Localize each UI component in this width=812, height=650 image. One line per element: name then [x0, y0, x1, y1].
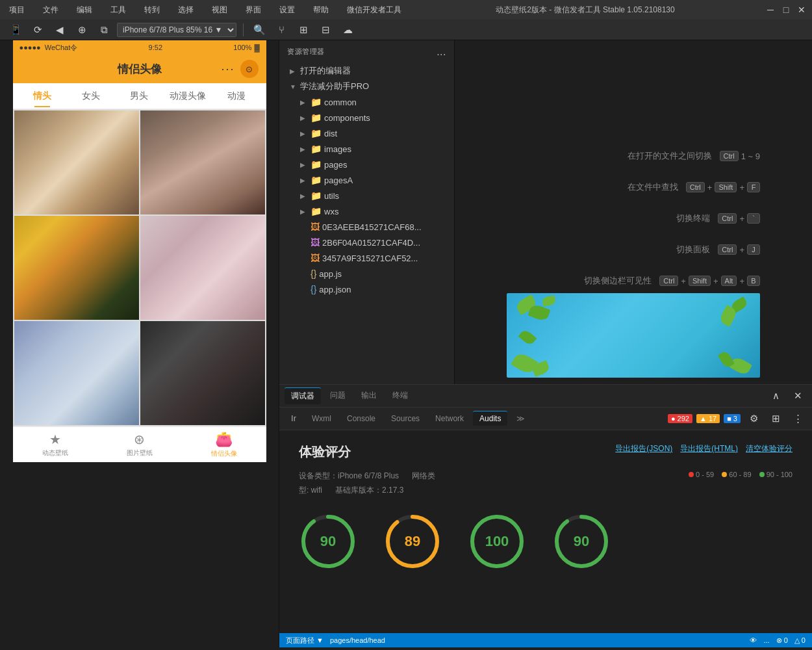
bottom-nav-animation[interactable]: ★ 动态壁纸	[42, 432, 68, 458]
cloud-icon[interactable]: ☁	[338, 21, 357, 39]
status-bar-left[interactable]: 页面路径 ▼ pages/head/head	[286, 636, 385, 645]
subtab-wxml[interactable]: Wxml	[305, 411, 338, 426]
maximize-button[interactable]: □	[781, 5, 791, 15]
sub-tabs-right[interactable]: ● 292 ▲ 17 ■ 3 ⚙ ⊞ ⋮	[668, 410, 807, 428]
photo-item-5[interactable]	[14, 321, 139, 425]
plus-1: +	[707, 183, 713, 192]
folder-images[interactable]: ▶ 📁 images	[279, 141, 454, 157]
file-appjs[interactable]: {} app.js	[279, 266, 454, 281]
menu-view[interactable]: 视图	[208, 3, 231, 17]
tab-output[interactable]: 输出	[355, 387, 383, 404]
file-img2[interactable]: 🖼 2B6F04A015271CAF4D...	[279, 235, 454, 250]
photo-item-6[interactable]	[140, 321, 265, 425]
close-button[interactable]: ✕	[796, 5, 807, 15]
plus-3: +	[739, 214, 744, 224]
photo-item-2[interactable]	[140, 110, 265, 214]
tab-issues[interactable]: 问题	[324, 387, 352, 404]
menu-bar[interactable]: 项目 文件 编辑 工具 转到 选择 视图 界面 设置 帮助 微信开发者工具	[5, 3, 405, 17]
audits-actions[interactable]: 导出报告(JSON) 导出报告(HTML) 清空体验评分	[615, 443, 793, 454]
folder-images-label: images	[324, 144, 454, 154]
legend-dot-yellow: 60 - 89	[722, 471, 751, 478]
folder-components[interactable]: ▶ 📁 components	[279, 110, 454, 125]
menu-goto[interactable]: 转到	[140, 3, 164, 17]
panel-close-icon[interactable]: ✕	[789, 387, 807, 405]
devtools-top-tabs[interactable]: 调试器 问题 输出 终端 ∧ ✕	[279, 385, 812, 408]
tab-dongman-touxiang[interactable]: 动漫头像	[164, 85, 212, 107]
nav-dots-icon[interactable]: ···	[221, 62, 235, 76]
phone-bottom-nav[interactable]: ★ 动态壁纸 ⊛ 图片壁纸 👛 情侣头像	[13, 426, 266, 462]
menu-help[interactable]: 帮助	[309, 3, 333, 17]
sub-tabs-left[interactable]: Ir Wxml Console Sources Network Audits ≫	[285, 410, 531, 428]
folder-common[interactable]: ▶ 📁 common	[279, 94, 454, 110]
search-icon[interactable]: 🔍	[250, 21, 268, 39]
folder-pagesA[interactable]: ▶ 📁 pagesA	[279, 172, 454, 188]
folder-common-icon: 📁	[311, 97, 322, 107]
branch-icon[interactable]: ⑂	[272, 21, 290, 39]
photo-item-4[interactable]	[140, 216, 265, 320]
prev-icon[interactable]: ◀	[51, 21, 69, 39]
folder-utils[interactable]: ▶ 📁 utils	[279, 188, 454, 203]
cursor-icon[interactable]: Ir	[285, 410, 303, 428]
tab-terminal[interactable]: 终端	[386, 387, 414, 404]
device-selector[interactable]: iPhone 6/7/8 Plus 85% 16 ▼	[117, 23, 236, 37]
rotate-icon[interactable]: ⟳	[29, 21, 47, 39]
status-bar-right[interactable]: 👁 ... ⊗ 0 △ 0	[750, 636, 806, 645]
tab-nvtou[interactable]: 女头	[66, 85, 115, 107]
page-path-label[interactable]: 页面路径 ▼	[286, 636, 324, 645]
menu-edit[interactable]: 编辑	[73, 3, 96, 17]
bottom-nav-photo[interactable]: ⊛ 图片壁纸	[127, 432, 153, 458]
more-icon[interactable]: ⋮	[789, 410, 807, 428]
menu-interface[interactable]: 界面	[242, 3, 265, 17]
collapse-icon[interactable]: ∧	[767, 387, 785, 405]
editor-area: 在打开的文件之间切换 Ctrl 1 ~ 9 在文件中查找 Ctrl + Shif…	[455, 40, 812, 384]
subtab-network[interactable]: Network	[429, 411, 470, 426]
tab-nantou[interactable]: 男头	[115, 85, 164, 107]
more-options-icon[interactable]: ...	[763, 636, 769, 644]
photo-item-1[interactable]	[14, 110, 139, 214]
folder-pages[interactable]: ▶ 📁 pages	[279, 157, 454, 172]
settings-icon[interactable]: ⚙	[744, 410, 763, 428]
layout-icon[interactable]: ⊞	[294, 21, 312, 39]
project-item[interactable]: ▼ 学法减分助手PRO	[279, 79, 454, 94]
menu-tool[interactable]: 工具	[107, 3, 130, 17]
subtab-audits[interactable]: Audits	[473, 411, 507, 426]
category-tabs[interactable]: 情头 女头 男头 动漫头像 动漫	[13, 83, 266, 109]
menu-file[interactable]: 文件	[39, 3, 62, 17]
minimize-button[interactable]: ─	[765, 5, 776, 15]
subtab-sources[interactable]: Sources	[385, 411, 426, 426]
panel-icon[interactable]: ⊞	[767, 410, 785, 428]
next-icon[interactable]: ⊕	[73, 21, 91, 39]
tab-qingtou[interactable]: 情头	[18, 85, 67, 107]
menu-project[interactable]: 项目	[5, 3, 29, 17]
file-img3[interactable]: 🖼 3457A9F315271CAF52...	[279, 250, 454, 266]
clear-audits-link[interactable]: 清空体验评分	[746, 443, 793, 454]
subtab-more[interactable]: ≫	[510, 411, 531, 426]
tab-dongman[interactable]: 动漫	[212, 85, 261, 107]
folder-dist[interactable]: ▶ 📁 dist	[279, 125, 454, 141]
subtab-console[interactable]: Console	[340, 411, 382, 426]
device-info: 设备类型：iPhone 6/7/8 Plus 网络类	[299, 471, 435, 482]
phone-icon[interactable]: 📱	[6, 21, 25, 39]
file-img1[interactable]: 🖼 0E3AEEB415271CAF68...	[279, 219, 454, 235]
export-json-link[interactable]: 导出报告(JSON)	[615, 443, 672, 454]
window-controls[interactable]: ─ □ ✕	[765, 5, 807, 15]
nav-camera-icon[interactable]: ⊙	[240, 60, 259, 78]
layout2-icon[interactable]: ⊟	[316, 21, 335, 39]
tab-debugger[interactable]: 调试器	[285, 387, 321, 404]
folder-wxs[interactable]: ▶ 📁 wxs	[279, 203, 454, 219]
bottom-nav-couple[interactable]: 👛 情侣头像	[211, 431, 237, 458]
devtools-tabs-left[interactable]: 调试器 问题 输出 终端	[285, 387, 414, 404]
sidebar-more-icon[interactable]: ...	[437, 46, 446, 58]
file-appjson[interactable]: {} app.json	[279, 281, 454, 297]
nav-actions[interactable]: ··· ⊙	[221, 60, 258, 78]
open-editors-item[interactable]: ▶ 打开的编辑器	[279, 63, 454, 79]
warnings-count: △ 0	[794, 636, 806, 645]
menu-settings[interactable]: 设置	[275, 3, 299, 17]
photo-item-3[interactable]	[14, 216, 139, 320]
menu-wechat-devtools[interactable]: 微信开发者工具	[343, 3, 405, 17]
copy-icon[interactable]: ⧉	[95, 21, 113, 39]
export-html-link[interactable]: 导出报告(HTML)	[680, 443, 738, 454]
menu-select[interactable]: 选择	[174, 3, 197, 17]
devtools-tabs-right[interactable]: ∧ ✕	[767, 387, 807, 405]
eye-icon[interactable]: 👁	[750, 636, 757, 644]
